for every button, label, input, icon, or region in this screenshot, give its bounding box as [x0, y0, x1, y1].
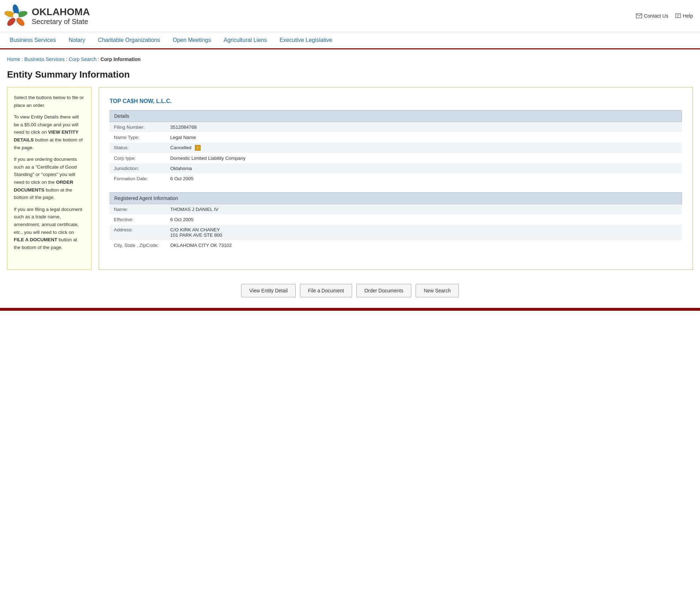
- entity-name: TOP CA$H NOW, L.L.C.: [110, 98, 682, 104]
- table-row: Effective: 6 Oct 2005: [110, 214, 682, 225]
- site-header: OKLAHOMA Secretary of State Contact Us H…: [0, 0, 700, 32]
- breadcrumb: Home : Business Services : Corp Search :…: [0, 49, 700, 66]
- action-button-row: View Entity Detail File a Document Order…: [0, 277, 700, 301]
- svg-line-9: [639, 14, 642, 16]
- svg-point-17: [197, 148, 198, 149]
- field-value: 3512084768: [166, 122, 682, 132]
- table-row: Formation Date: 6 Oct 2005: [110, 174, 682, 184]
- table-row: Corp type: Domestic Limited Liability Co…: [110, 153, 682, 163]
- logo-icon: [4, 4, 28, 28]
- bottom-bar: [0, 308, 700, 311]
- details-section-header: Details: [110, 110, 682, 122]
- field-label: Name Type:: [110, 132, 166, 142]
- logo-subtitle-text: Secretary of State: [32, 18, 90, 26]
- table-row: Address: C/O KIRK AN CHANEY 101 PARK AVE…: [110, 225, 682, 240]
- table-row: Jurisdiction: Oklahoma: [110, 163, 682, 174]
- instructions-p3: If you are ordering documents such as a …: [14, 156, 85, 201]
- help-link[interactable]: Help: [675, 13, 693, 19]
- status-value: Cancelled: [166, 142, 682, 153]
- field-value: 6 Oct 2005: [166, 214, 682, 225]
- status-warning-icon: [195, 145, 201, 151]
- field-value: Domestic Limited Liability Company: [166, 153, 682, 163]
- main-nav: Business Services Notary Charitable Orga…: [0, 32, 700, 49]
- header-links: Contact Us Help: [636, 13, 693, 19]
- svg-rect-15: [197, 146, 199, 146]
- instructions-p4: If you are filing a legal document such …: [14, 206, 85, 251]
- field-label: Effective:: [110, 214, 166, 225]
- breadcrumb-current: Corp Information: [100, 56, 141, 62]
- field-label: Formation Date:: [110, 174, 166, 184]
- svg-point-6: [13, 13, 19, 19]
- table-row: Status: Cancelled: [110, 142, 682, 153]
- instructions-p1: Select the buttons below to file or plac…: [14, 94, 85, 109]
- file-a-document-button[interactable]: File a Document: [300, 284, 352, 297]
- instructions-p2: To view Entity Details there will be a $…: [14, 113, 85, 151]
- svg-line-8: [636, 14, 639, 16]
- details-table: Filing Number: 3512084768 Name Type: Leg…: [110, 122, 682, 184]
- field-label: Status:: [110, 142, 166, 153]
- page-title: Entity Summary Information: [0, 66, 700, 87]
- field-value: Oklahoma: [166, 163, 682, 174]
- field-label: Jurisdiction:: [110, 163, 166, 174]
- nav-executive-legislative[interactable]: Executive Legislative: [273, 32, 338, 48]
- breadcrumb-business-services[interactable]: Business Services: [24, 56, 65, 62]
- breadcrumb-home[interactable]: Home: [7, 56, 20, 62]
- field-label: Address:: [110, 225, 166, 240]
- logo-text: OKLAHOMA Secretary of State: [32, 6, 90, 26]
- field-label: Corp type:: [110, 153, 166, 163]
- help-icon: [675, 13, 681, 18]
- field-label: Filing Number:: [110, 122, 166, 132]
- field-label: City, State , ZipCode:: [110, 240, 166, 250]
- field-label: Name:: [110, 204, 166, 214]
- registered-agent-section-header: Registered Agent Information: [110, 192, 682, 204]
- new-search-button[interactable]: New Search: [416, 284, 459, 297]
- nav-open-meetings[interactable]: Open Meetings: [166, 32, 217, 48]
- table-row: Filing Number: 3512084768: [110, 122, 682, 132]
- nav-business-services[interactable]: Business Services: [4, 32, 62, 48]
- file-a-document-bold: FILE A DOCUMENT: [14, 237, 57, 242]
- table-row: Name Type: Legal Name: [110, 132, 682, 142]
- registered-agent-table: Name: THOMAS J DANIEL IV Effective: 6 Oc…: [110, 204, 682, 250]
- view-entity-detail-button[interactable]: View Entity Detail: [241, 284, 296, 297]
- field-value: Legal Name: [166, 132, 682, 142]
- field-value: 6 Oct 2005: [166, 174, 682, 184]
- order-documents-button[interactable]: Order Documents: [356, 284, 411, 297]
- entity-detail-panel: TOP CA$H NOW, L.L.C. Details Filing Numb…: [99, 87, 693, 270]
- field-value: THOMAS J DANIEL IV: [166, 204, 682, 214]
- contact-us-link[interactable]: Contact Us: [636, 13, 668, 19]
- nav-charitable-orgs[interactable]: Charitable Organizations: [92, 32, 166, 48]
- breadcrumb-corp-search[interactable]: Corp Search: [69, 56, 97, 62]
- logo-oklahoma-text: OKLAHOMA: [32, 6, 90, 18]
- table-row: City, State , ZipCode: OKLAHOMA CITY OK …: [110, 240, 682, 250]
- left-instructions-panel: Select the buttons below to file or plac…: [7, 87, 92, 270]
- nav-agricultural-liens[interactable]: Agricultural Liens: [217, 32, 273, 48]
- address-value: C/O KIRK AN CHANEY 101 PARK AVE STE 800: [166, 225, 682, 240]
- nav-notary[interactable]: Notary: [62, 32, 92, 48]
- content-area: Select the buttons below to file or plac…: [0, 87, 700, 277]
- table-row: Name: THOMAS J DANIEL IV: [110, 204, 682, 214]
- contact-icon: [636, 13, 642, 18]
- field-value: OKLAHOMA CITY OK 73102: [166, 240, 682, 250]
- logo-area: OKLAHOMA Secretary of State: [4, 4, 90, 28]
